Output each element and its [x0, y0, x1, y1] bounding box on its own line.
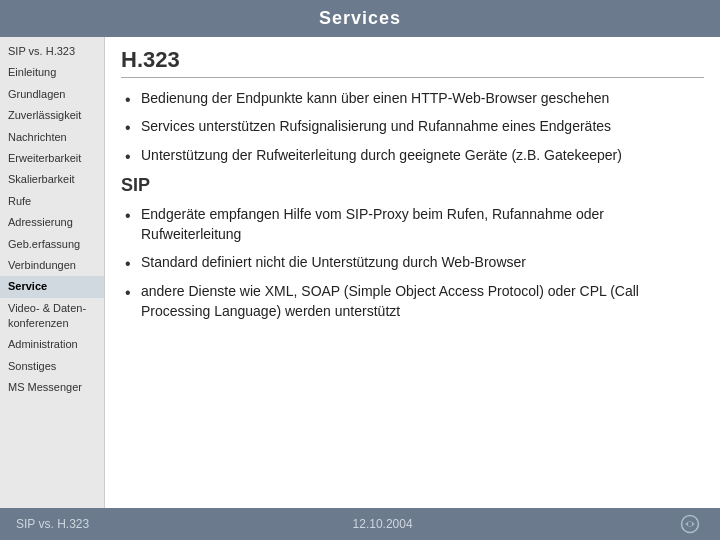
header-title: Services — [319, 8, 401, 28]
svg-point-1 — [688, 522, 693, 527]
sip-bullet-list: Endgeräte empfangen Hilfe vom SIP-Proxy … — [121, 204, 704, 321]
sidebar-item[interactable]: Adressierung — [0, 212, 104, 233]
sidebar-item[interactable]: SIP vs. H.323 — [0, 41, 104, 62]
sidebar-item[interactable]: Video- & Daten-konferenzen — [0, 298, 104, 335]
h323-title: H.323 — [121, 47, 704, 78]
sidebar-item[interactable]: Zuverlässigkeit — [0, 105, 104, 126]
sidebar-item[interactable]: Administration — [0, 334, 104, 355]
footer-left: SIP vs. H.323 — [16, 517, 89, 531]
sip-bullet-item: Endgeräte empfangen Hilfe vom SIP-Proxy … — [121, 204, 704, 245]
sidebar-item[interactable]: MS Messenger — [0, 377, 104, 398]
footer-right: 12.10.2004 — [353, 517, 413, 531]
footer: SIP vs. H.323 12.10.2004 — [0, 508, 720, 540]
sidebar-item[interactable]: Rufe — [0, 191, 104, 212]
sidebar-item[interactable]: Grundlagen — [0, 84, 104, 105]
page-header: Services — [0, 0, 720, 37]
sidebar: SIP vs. H.323EinleitungGrundlagenZuverlä… — [0, 37, 105, 508]
content-area: H.323 Bedienung der Endpunkte kann über … — [105, 37, 720, 508]
main-area: SIP vs. H.323EinleitungGrundlagenZuverlä… — [0, 37, 720, 508]
sidebar-item[interactable]: Geb.erfassung — [0, 234, 104, 255]
sidebar-item[interactable]: Skalierbarkeit — [0, 169, 104, 190]
h323-bullet-list: Bedienung der Endpunkte kann über einen … — [121, 88, 704, 165]
sip-title: SIP — [121, 175, 704, 196]
footer-logo-icon — [676, 514, 704, 534]
sidebar-item[interactable]: Erweiterbarkeit — [0, 148, 104, 169]
sip-bullet-item: Standard definiert nicht die Unterstützu… — [121, 252, 704, 272]
h323-bullet-item: Unterstützung der Rufweiterleitung durch… — [121, 145, 704, 165]
sidebar-item[interactable]: Nachrichten — [0, 127, 104, 148]
sidebar-item[interactable]: Service — [0, 276, 104, 297]
page-container: Services SIP vs. H.323EinleitungGrundlag… — [0, 0, 720, 540]
sidebar-item[interactable]: Verbindungen — [0, 255, 104, 276]
sidebar-item[interactable]: Sonstiges — [0, 356, 104, 377]
sidebar-item[interactable]: Einleitung — [0, 62, 104, 83]
h323-bullet-item: Bedienung der Endpunkte kann über einen … — [121, 88, 704, 108]
sip-bullet-item: andere Dienste wie XML, SOAP (Simple Obj… — [121, 281, 704, 322]
h323-bullet-item: Services unterstützen Rufsignalisierung … — [121, 116, 704, 136]
